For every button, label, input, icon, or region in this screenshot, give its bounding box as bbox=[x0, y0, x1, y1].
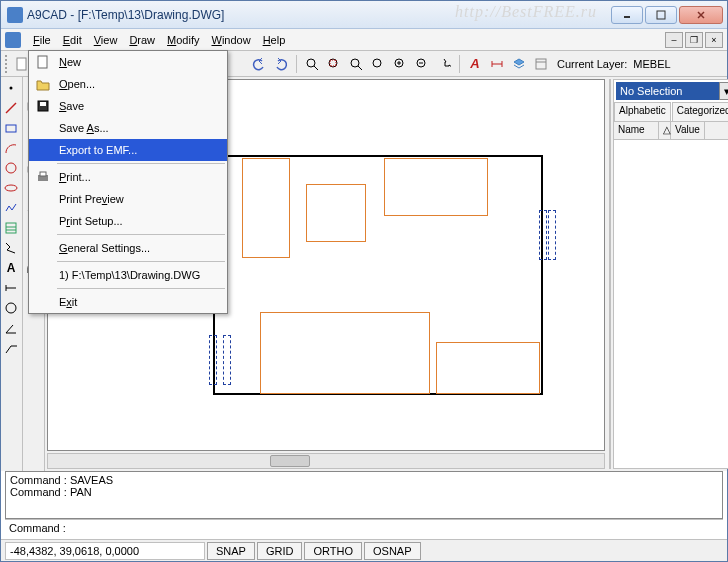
menu-recent-file-1[interactable]: 1) F:\Temp\13\Drawing.DWG bbox=[29, 264, 227, 286]
osnap-toggle[interactable]: OSNAP bbox=[364, 542, 421, 560]
hatch-icon[interactable] bbox=[1, 219, 21, 237]
menu-modify[interactable]: Modify bbox=[161, 31, 205, 49]
pan-icon[interactable] bbox=[434, 54, 454, 74]
grid-toggle[interactable]: GRID bbox=[257, 542, 303, 560]
layers-icon[interactable] bbox=[509, 54, 529, 74]
menu-file[interactable]: File bbox=[27, 31, 57, 49]
rectangle-icon[interactable] bbox=[1, 119, 21, 137]
menu-general-settings[interactable]: General Settings... bbox=[29, 237, 227, 259]
zoom-out-icon[interactable] bbox=[412, 54, 432, 74]
ellipse-icon[interactable] bbox=[1, 179, 21, 197]
svg-line-24 bbox=[6, 103, 16, 113]
draw-toolbar: A bbox=[1, 77, 23, 471]
maximize-button[interactable] bbox=[645, 6, 677, 24]
properties-icon[interactable] bbox=[531, 54, 551, 74]
mdi-restore-button[interactable]: ❐ bbox=[685, 32, 703, 48]
chevron-down-icon[interactable]: ▾ bbox=[719, 82, 728, 100]
svg-rect-9 bbox=[330, 60, 336, 66]
sort-icon[interactable]: △ bbox=[659, 122, 671, 139]
menu-save-as[interactable]: Save As... bbox=[29, 117, 227, 139]
point-icon[interactable] bbox=[1, 79, 21, 97]
polyline-icon[interactable] bbox=[1, 199, 21, 217]
text-style-icon[interactable]: A bbox=[465, 54, 485, 74]
toolbar-separator bbox=[296, 55, 297, 73]
menu-edit[interactable]: Edit bbox=[57, 31, 88, 49]
grip-handle[interactable] bbox=[539, 210, 547, 260]
angle-icon[interactable] bbox=[1, 319, 21, 337]
grip-handle[interactable] bbox=[548, 210, 556, 260]
menu-view[interactable]: View bbox=[88, 31, 124, 49]
column-name[interactable]: Name bbox=[614, 122, 659, 139]
zoom-realtime-icon[interactable] bbox=[346, 54, 366, 74]
property-grid[interactable] bbox=[614, 140, 728, 468]
polyline2-icon[interactable] bbox=[1, 239, 21, 257]
statusbar: -48,4382, 39,0618, 0,0000 SNAP GRID ORTH… bbox=[1, 539, 727, 561]
redo-icon[interactable] bbox=[271, 54, 291, 74]
svg-rect-21 bbox=[536, 59, 546, 69]
dimension-icon[interactable] bbox=[1, 279, 21, 297]
selection-combo[interactable]: No Selection ▾ bbox=[616, 82, 728, 100]
blank-icon bbox=[33, 239, 53, 257]
menu-print[interactable]: Print... bbox=[29, 166, 227, 188]
grip-handle[interactable] bbox=[223, 335, 231, 385]
menu-draw[interactable]: Draw bbox=[123, 31, 161, 49]
zoom-in-icon[interactable] bbox=[390, 54, 410, 74]
circle2-icon[interactable] bbox=[1, 299, 21, 317]
menu-separator bbox=[57, 288, 225, 289]
menu-open[interactable]: Open... bbox=[29, 73, 227, 95]
watermark-text: http://BestFREE.ru bbox=[455, 3, 597, 21]
column-value[interactable]: Value bbox=[671, 122, 705, 139]
command-history[interactable]: Command : SAVEAS Command : PAN bbox=[5, 471, 723, 519]
line-icon[interactable] bbox=[1, 99, 21, 117]
property-header: Name △ Value bbox=[614, 122, 728, 140]
zoom-previous-icon[interactable] bbox=[368, 54, 388, 74]
mdi-minimize-button[interactable]: – bbox=[665, 32, 683, 48]
horizontal-scrollbar[interactable] bbox=[47, 453, 605, 469]
dimension-style-icon[interactable] bbox=[487, 54, 507, 74]
mdi-close-button[interactable]: × bbox=[705, 32, 723, 48]
blank-icon bbox=[33, 141, 53, 159]
svg-point-10 bbox=[351, 59, 359, 67]
minimize-button[interactable] bbox=[611, 6, 643, 24]
svg-point-27 bbox=[5, 185, 17, 191]
menu-new[interactable]: New bbox=[29, 51, 227, 73]
svg-rect-49 bbox=[40, 172, 46, 176]
svg-rect-28 bbox=[6, 223, 16, 233]
text-icon[interactable]: A bbox=[1, 259, 21, 277]
drawing-shape bbox=[242, 158, 290, 258]
command-prompt: Command : bbox=[9, 522, 66, 534]
menu-separator bbox=[57, 261, 225, 262]
menu-print-setup[interactable]: Print Setup... bbox=[29, 210, 227, 232]
ortho-toggle[interactable]: ORTHO bbox=[304, 542, 362, 560]
circle-icon[interactable] bbox=[1, 159, 21, 177]
toolbar-grip[interactable] bbox=[5, 55, 8, 73]
blank-icon bbox=[33, 119, 53, 137]
window-controls bbox=[611, 6, 723, 24]
toolbar-separator bbox=[459, 55, 460, 73]
menu-export-emf[interactable]: Export to EMF... bbox=[29, 139, 227, 161]
leader-icon[interactable] bbox=[1, 339, 21, 357]
snap-toggle[interactable]: SNAP bbox=[207, 542, 255, 560]
zoom-extents-icon[interactable] bbox=[302, 54, 322, 74]
menu-save[interactable]: Save bbox=[29, 95, 227, 117]
new-file-icon bbox=[33, 53, 53, 71]
menu-window[interactable]: Window bbox=[205, 31, 256, 49]
zoom-window-icon[interactable] bbox=[324, 54, 344, 74]
mdi-controls: – ❐ × bbox=[663, 32, 723, 48]
tab-categorized[interactable]: Categorized bbox=[672, 102, 728, 121]
grip-handle[interactable] bbox=[209, 335, 217, 385]
drawing-shape bbox=[436, 342, 540, 394]
mdi-icon[interactable] bbox=[5, 32, 21, 48]
tab-alphabetic[interactable]: Alphabetic bbox=[614, 102, 671, 121]
undo-icon[interactable] bbox=[249, 54, 269, 74]
command-input[interactable]: Command : bbox=[5, 519, 723, 537]
menu-print-preview[interactable]: Print Preview bbox=[29, 188, 227, 210]
svg-line-7 bbox=[314, 66, 318, 70]
close-button[interactable] bbox=[679, 6, 723, 24]
arc-icon[interactable] bbox=[1, 139, 21, 157]
scrollbar-thumb[interactable] bbox=[270, 455, 310, 467]
current-layer-value: MEBEL bbox=[633, 58, 670, 70]
menu-exit[interactable]: Exit bbox=[29, 291, 227, 313]
menu-help[interactable]: Help bbox=[257, 31, 292, 49]
vertical-scrollbar[interactable] bbox=[609, 79, 611, 469]
